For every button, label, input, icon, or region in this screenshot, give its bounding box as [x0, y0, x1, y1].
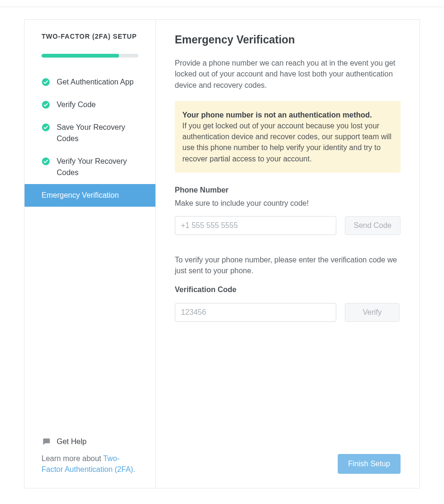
get-help-label: Get Help — [57, 437, 86, 447]
check-circle-icon — [42, 123, 50, 132]
setup-card: TWO-FACTOR (2FA) SETUP Get Authenticatio… — [24, 19, 420, 488]
check-circle-icon — [42, 157, 50, 166]
sidebar-step[interactable]: Save Your Recovery Codes — [25, 116, 155, 150]
callout-body: If you get locked out of your account be… — [182, 122, 392, 163]
phone-input[interactable] — [175, 216, 336, 235]
page-title: Emergency Verification — [175, 32, 401, 47]
finish-setup-button[interactable]: Finish Setup — [338, 454, 401, 474]
sidebar-step[interactable]: Verify Code — [25, 93, 155, 116]
send-code-button[interactable]: Send Code — [345, 216, 401, 235]
sidebar-step[interactable]: Get Authentication App — [25, 71, 155, 93]
code-label: Verification Code — [175, 285, 401, 295]
main-panel: Emergency Verification Provide a phone n… — [156, 20, 419, 488]
learn-prefix: Learn more about — [42, 454, 103, 462]
info-callout: Your phone number is not an authenticati… — [175, 101, 401, 173]
verify-intro: To verify your phone number, please ente… — [175, 255, 401, 276]
top-border — [0, 0, 444, 7]
sidebar: TWO-FACTOR (2FA) SETUP Get Authenticatio… — [25, 20, 156, 488]
step-label: Verify Your Recovery Codes — [57, 156, 138, 178]
sidebar-step[interactable]: Verify Your Recovery Codes — [25, 150, 155, 184]
step-label: Verify Code — [57, 99, 96, 110]
check-circle-icon — [42, 78, 50, 86]
progress-fill — [42, 54, 119, 58]
sidebar-title: TWO-FACTOR (2FA) SETUP — [42, 32, 138, 42]
step-label: Save Your Recovery Codes — [57, 122, 138, 144]
callout-bold: Your phone number is not an authenticati… — [182, 111, 372, 119]
code-input[interactable] — [175, 303, 336, 322]
chat-icon — [42, 437, 51, 446]
step-list: Get Authentication AppVerify CodeSave Yo… — [25, 71, 155, 207]
progress-bar — [42, 54, 138, 58]
verify-button[interactable]: Verify — [345, 303, 400, 322]
step-label: Get Authentication App — [57, 76, 134, 88]
learn-more: Learn more about Two-Factor Authenticati… — [42, 454, 138, 475]
step-label: Emergency Verification — [42, 190, 119, 201]
sidebar-step[interactable]: Emergency Verification — [25, 184, 155, 207]
get-help-link[interactable]: Get Help — [42, 437, 138, 447]
check-circle-icon — [42, 101, 50, 109]
phone-hint: Make sure to include your country code! — [175, 198, 401, 209]
phone-label: Phone Number — [175, 185, 401, 195]
page-intro: Provide a phone number we can reach you … — [175, 58, 401, 91]
